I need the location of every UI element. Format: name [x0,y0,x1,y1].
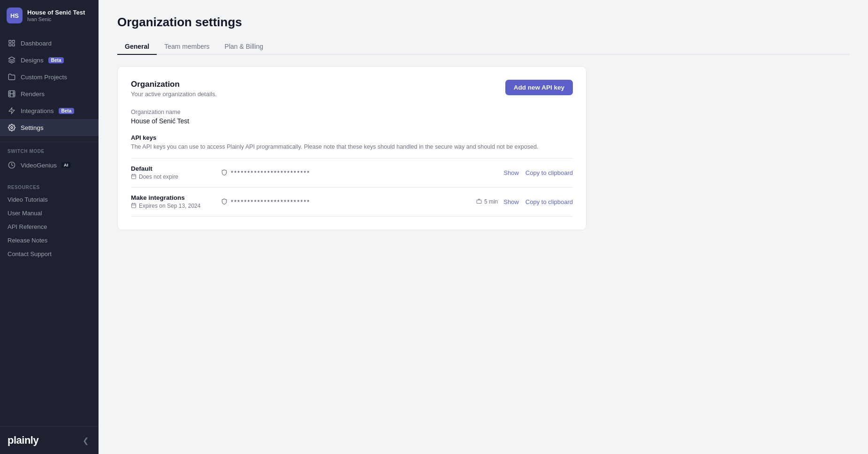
sidebar-item-custom-projects[interactable]: Custom Projects [0,68,99,85]
sidebar-item-designs[interactable]: Designs Beta [0,52,99,68]
org-name-field: Organization name House of Senić Test [131,109,573,125]
svg-rect-3 [9,44,11,46]
sidebar-item-user-manual[interactable]: User Manual [0,206,99,220]
copy-key-button[interactable]: Copy to clipboard [525,198,573,205]
show-key-button[interactable]: Show [503,169,519,176]
api-keys-section: API keys The API keys you can use to acc… [131,134,573,217]
resources-section: RESOURCES Video Tutorials User Manual AP… [0,183,99,265]
api-key-time: 5 min [476,198,498,205]
org-user: Ivan Senic [27,16,85,22]
org-name-value: House of Senić Test [131,117,573,125]
sidebar-header: HS House of Senić Test Ivan Senic [0,0,99,31]
svg-marker-13 [9,107,15,114]
masked-key: ************************ [231,169,310,176]
page-title: Organization settings [117,15,849,30]
svg-rect-0 [9,40,11,43]
main-content: Organization settings General Team membe… [99,0,868,454]
sidebar-item-release-notes[interactable]: Release Notes [0,234,99,247]
api-key-row: Make integrations Expires on Sep 13, 202… [131,187,573,217]
org-info: House of Senić Test Ivan Senic [27,9,85,23]
sidebar-item-label: Renders [21,91,45,98]
videogenius-label: VideoGenius [21,162,57,169]
tabs: General Team members Plan & Billing [117,39,849,55]
resources-label: RESOURCES [0,183,99,193]
videogenius-icon [8,161,16,169]
sidebar-item-integrations[interactable]: Integrations Beta [0,102,99,119]
clock-icon [476,198,482,205]
tab-plan-billing[interactable]: Plan & Billing [217,39,271,55]
tab-general[interactable]: General [117,39,157,55]
svg-marker-4 [8,57,15,60]
sidebar-item-label: Integrations [21,107,54,114]
api-key-name: Make integrations [131,194,215,201]
card-title: Organization [131,80,217,89]
svg-rect-24 [477,200,481,203]
time-value: 5 min [484,198,498,205]
api-key-name: Default [131,165,215,172]
organization-card: Organization Your active organization de… [117,66,586,230]
layers-icon [8,56,16,64]
api-key-masked: ************************ [221,198,459,205]
card-header-text: Organization Your active organization de… [131,80,217,98]
sidebar-item-contact-support[interactable]: Contact Support [0,247,99,261]
svg-point-14 [11,127,13,129]
api-key-row: Default Does not expire ****************… [131,158,573,187]
card-header: Organization Your active organization de… [131,80,573,98]
api-key-actions: Show Copy to clipboard [503,198,573,205]
api-key-info: Make integrations Expires on Sep 13, 202… [131,194,215,210]
ai-badge: AI [61,162,71,168]
svg-rect-1 [12,40,15,43]
sidebar-item-settings[interactable]: Settings [0,119,99,136]
api-key-expiry: Does not expire [131,174,215,181]
copy-key-button[interactable]: Copy to clipboard [525,169,573,176]
sidebar-item-videogenius[interactable]: VideoGenius AI [0,157,99,174]
sidebar-nav: Dashboard Designs Beta Custom Projects R… [0,31,99,140]
sidebar-item-label: Designs [21,57,44,64]
tab-team-members[interactable]: Team members [157,39,217,55]
api-key-info: Default Does not expire [131,165,215,181]
gear-icon [8,123,16,132]
designs-badge: Beta [48,57,64,63]
api-keys-label: API keys [131,134,573,141]
show-key-button[interactable]: Show [503,198,519,205]
grid-icon [8,39,16,47]
film-icon [8,90,16,98]
sidebar-item-label: Custom Projects [21,74,67,81]
sidebar: HS House of Senić Test Ivan Senic Dashbo… [0,0,99,454]
sidebar-item-label: Settings [21,124,44,131]
org-name: House of Senić Test [27,9,85,17]
switch-mode-section: SWITCH MODE VideoGenius AI [0,142,99,175]
zap-icon [8,106,16,115]
svg-rect-20 [132,204,136,208]
shield-icon [221,198,228,205]
svg-rect-16 [132,174,136,179]
org-name-label: Organization name [131,109,573,115]
svg-rect-2 [12,44,15,46]
expiry-text: Does not expire [139,174,178,180]
card-subtitle: Your active organization details. [131,91,217,98]
sidebar-item-video-tutorials[interactable]: Video Tutorials [0,193,99,206]
api-key-actions: Show Copy to clipboard [503,169,573,176]
sidebar-item-dashboard[interactable]: Dashboard [0,35,99,52]
api-key-masked: ************************ [221,169,498,176]
masked-key: ************************ [231,198,310,205]
api-keys-desc: The API keys you can use to access Plain… [131,143,573,151]
folder-icon [8,73,16,81]
sidebar-item-label: Dashboard [21,40,52,47]
calendar-icon [131,174,137,181]
brand-name: plainly [8,434,38,446]
add-api-key-button[interactable]: Add new API key [505,80,573,95]
sidebar-bottom: plainly ❮ [0,426,99,454]
integrations-badge: Beta [59,108,75,114]
collapse-button[interactable]: ❮ [80,435,91,446]
sidebar-item-api-reference[interactable]: API Reference [0,220,99,234]
shield-icon [221,169,228,176]
sidebar-item-renders[interactable]: Renders [0,85,99,102]
calendar-icon [131,203,137,210]
api-key-expiry: Expires on Sep 13, 2024 [131,203,215,210]
expiry-text: Expires on Sep 13, 2024 [139,203,200,209]
switch-mode-label: SWITCH MODE [0,147,99,157]
avatar: HS [7,8,23,23]
